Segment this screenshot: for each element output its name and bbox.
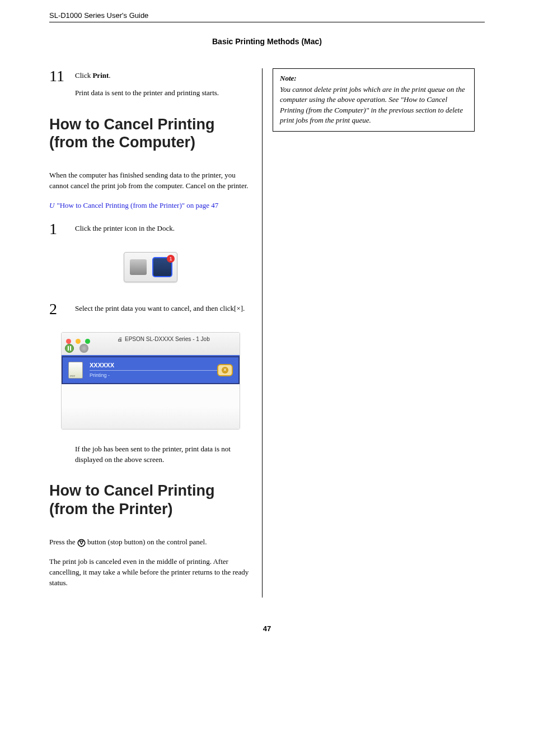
para-press-button: Press the button (stop button) on the co…	[49, 537, 252, 548]
left-column: 11 Click Print. Print data is sent to th…	[49, 68, 262, 598]
pause-icon	[65, 344, 74, 353]
guide-header: SL-D1000 Series User's Guide	[49, 11, 485, 22]
print-bold: Print	[92, 71, 109, 80]
print-job-row: XXXXXX Printing - ×	[62, 356, 240, 384]
step-number: 11	[49, 68, 75, 84]
step-2-after-text: If the job has been sent to the printer,…	[75, 444, 252, 465]
step-11-line1: Click Print.	[75, 71, 252, 81]
para-press-suffix: button (stop button) on the control pane…	[86, 538, 207, 546]
step-2: 2 Select the print data you want to canc…	[49, 301, 252, 321]
window-titlebar: EPSON SL-DXXXX Series - 1 Job	[62, 333, 240, 356]
minimize-window-icon	[76, 339, 81, 344]
heading-cancel-computer: How to Cancel Printing (from the Compute…	[49, 115, 252, 152]
note-body: You cannot delete print jobs which are i…	[280, 85, 467, 125]
window-title: EPSON SL-DXXXX Series - 1 Job	[118, 336, 210, 342]
note-title: Note:	[280, 73, 467, 83]
dock-bg-icon	[130, 259, 147, 275]
print-queue-window: EPSON SL-DXXXX Series - 1 Job XXXXXX Pri…	[61, 332, 240, 430]
queue-empty-area	[62, 384, 240, 429]
step-number: 1	[49, 221, 75, 237]
cross-reference-link[interactable]: U"How to Cancel Printing (from the Print…	[49, 200, 252, 211]
para-finish-sending: When the computer has finished sending d…	[49, 170, 252, 192]
dock-badge: 1	[167, 255, 175, 263]
gear-icon	[79, 344, 88, 353]
step-1-text: Click the printer icon in the Dock.	[75, 223, 252, 234]
para-press-prefix: Press the	[49, 538, 77, 546]
job-status: Printing -	[90, 372, 217, 378]
svg-marker-1	[79, 541, 83, 544]
page-number: 47	[49, 624, 485, 633]
step-11-suffix: .	[109, 71, 110, 80]
para-cancel-middle: The print job is canceled even in the mi…	[49, 557, 252, 589]
cancel-job-button-highlight: ×	[217, 364, 233, 376]
xref-text: "How to Cancel Printing (from the Printe…	[57, 201, 218, 209]
step-number: 2	[49, 301, 75, 317]
maximize-window-icon	[85, 339, 90, 344]
job-thumbnail	[68, 362, 83, 379]
cancel-job-x-icon: ×	[222, 367, 228, 374]
xref-icon: U	[49, 200, 54, 211]
step-11-prefix: Click	[75, 71, 92, 80]
dock-screenshot: 1	[49, 252, 252, 284]
stop-button-icon	[77, 539, 86, 547]
step-1: 1 Click the printer icon in the Dock.	[49, 221, 252, 241]
step-11-line2: Print data is sent to the printer and pr…	[75, 88, 252, 99]
heading-cancel-printer: How to Cancel Printing (from the Printer…	[49, 482, 252, 518]
right-column: Note: You cannot delete print jobs which…	[262, 68, 475, 598]
note-box: Note: You cannot delete print jobs which…	[273, 68, 475, 132]
close-window-icon	[66, 339, 71, 344]
section-title: Basic Printing Methods (Mac)	[49, 37, 485, 46]
step-2-text: Select the print data you want to cancel…	[75, 304, 252, 314]
job-name: XXXXXX	[90, 362, 217, 368]
step-11: 11 Click Print. Print data is sent to th…	[49, 68, 252, 105]
step-2-after: If the job has been sent to the printer,…	[49, 442, 252, 472]
